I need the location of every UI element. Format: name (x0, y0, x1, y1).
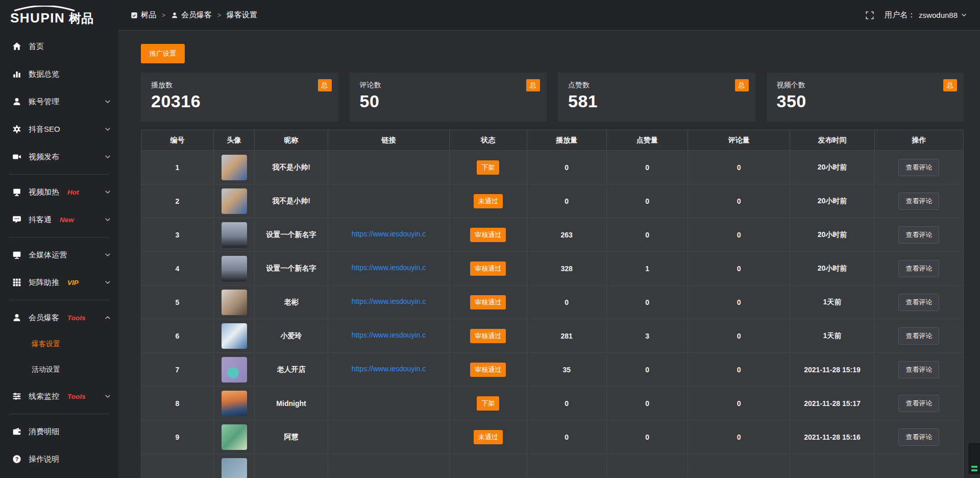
cell-id: 7 (141, 353, 214, 387)
sidebar-item[interactable]: 矩阵助推VIP (0, 269, 118, 296)
likes-value: 0 (645, 298, 649, 306)
breadcrumb-item[interactable]: 会员爆客 (171, 10, 212, 20)
plays-value: 35 (562, 366, 571, 374)
table-row: 5老彬https://www.iesdouyin.c审核通过0001天前查看评论 (141, 285, 964, 319)
cell-status: 下架 (450, 151, 527, 184)
status-badge: 审核通过 (470, 228, 506, 242)
chevron-down-icon (105, 189, 111, 195)
video-link[interactable]: https://www.iesdouyin.c (352, 331, 426, 339)
view-comments-button[interactable]: 查看评论 (898, 294, 939, 311)
main-area: 树品>会员爆客>爆客设置 用户名：zswodun88 推广设置 播放数20316… (118, 0, 980, 478)
sidebar-item-label: 账号管理 (29, 97, 59, 107)
cell-time: 20小时前 (790, 184, 875, 218)
table-header-cell: 播放量 (527, 130, 606, 151)
avatar (222, 424, 247, 450)
fullscreen-icon[interactable] (865, 11, 874, 20)
view-comments-button[interactable]: 查看评论 (898, 159, 939, 176)
view-comments-button[interactable]: 查看评论 (898, 193, 939, 210)
chevron-up-icon (105, 315, 111, 321)
brand-logo: SHUPIN 树品 (0, 0, 118, 30)
sidebar-item[interactable]: 数据总览 (0, 60, 118, 88)
view-comments-button[interactable]: 查看评论 (898, 428, 939, 446)
time-value: 2021-11-28 15:16 (804, 433, 861, 441)
table-row (141, 454, 964, 478)
table-row: 9阿慧未通过0002021-11-28 15:16查看评论 (141, 420, 964, 454)
grid-icon (12, 278, 21, 287)
sidebar-item[interactable]: 视频发布 (0, 143, 118, 171)
floating-widget[interactable] (968, 442, 980, 475)
sidebar-divider (9, 414, 109, 414)
sidebar: SHUPIN 树品 首页数据总览账号管理抖音SEO视频发布视频加热Hot抖客通N… (0, 0, 118, 478)
cell-comments: 0 (688, 184, 790, 218)
nickname-text: 我不是小帅! (272, 197, 310, 205)
plays-value: 0 (565, 163, 569, 172)
video-link[interactable]: https://www.iesdouyin.c (352, 264, 426, 272)
cell-nickname: 老彬 (255, 285, 328, 319)
breadcrumb-item[interactable]: 树品 (131, 10, 156, 20)
view-comments-button[interactable]: 查看评论 (898, 260, 939, 277)
sidebar-subitem[interactable]: 活动设置 (0, 357, 118, 383)
sidebar-item[interactable]: 视频加热Hot (0, 178, 118, 206)
plays-value: 0 (565, 399, 569, 408)
sidebar-item[interactable]: 首页 (0, 33, 118, 60)
sidebar-item[interactable]: 线索监控Tools (0, 383, 118, 410)
table-row: 8Midnight下架0002021-11-28 15:17查看评论 (141, 387, 964, 420)
row-id: 6 (175, 332, 179, 340)
video-icon (12, 152, 21, 161)
cell-id: 3 (141, 218, 214, 252)
sidebar-item[interactable]: 全媒体运营 (0, 241, 118, 269)
user-menu[interactable]: 用户名：zswodun88 (885, 10, 967, 20)
sidebar-item-tag: New (60, 216, 74, 224)
video-link[interactable]: https://www.iesdouyin.c (352, 230, 426, 238)
view-comments-button[interactable]: 查看评论 (898, 361, 939, 378)
sidebar-item-label: 抖客通 (29, 215, 52, 225)
sliders-icon (12, 392, 21, 401)
breadcrumb-item[interactable]: 爆客设置 (227, 10, 257, 20)
view-comments-button[interactable]: 查看评论 (898, 395, 939, 412)
avatar (222, 188, 247, 214)
table-row: 1我不是小帅!下架00020小时前查看评论 (141, 151, 964, 184)
chevron-down-icon (961, 12, 967, 18)
plays-value: 0 (565, 197, 569, 205)
widget-bar (971, 469, 977, 471)
chevron-down-icon (105, 279, 111, 285)
cell-time: 20小时前 (790, 218, 875, 252)
likes-value: 0 (645, 163, 649, 172)
cell-time: 20小时前 (790, 252, 875, 285)
sidebar-item[interactable]: 消费明细 (0, 418, 118, 445)
sidebar-item[interactable]: 会员爆客Tools (0, 304, 118, 331)
sidebar-item[interactable]: 账号管理 (0, 88, 118, 115)
cell-plays: 263 (527, 218, 606, 252)
view-comments-button[interactable]: 查看评论 (898, 327, 939, 345)
cell-status: 审核通过 (450, 285, 527, 319)
cell-likes: 0 (606, 151, 688, 184)
sidebar-subitem[interactable]: 爆客设置 (0, 331, 118, 357)
person-icon (171, 12, 178, 19)
promotion-settings-button[interactable]: 推广设置 (141, 44, 185, 63)
stat-card-total-badge: 总 (943, 79, 957, 91)
avatar (222, 458, 247, 478)
table-header-cell: 发布时间 (790, 130, 875, 151)
username-label: 用户名： (885, 10, 915, 20)
plays-value: 281 (560, 332, 572, 340)
video-link[interactable]: https://www.iesdouyin.c (352, 297, 426, 305)
plays-value: 328 (560, 265, 572, 273)
sidebar-item[interactable]: 抖客通New (0, 206, 118, 233)
table-header-cell: 点赞量 (606, 130, 688, 151)
cell-avatar (213, 319, 255, 353)
video-link[interactable]: https://www.iesdouyin.c (352, 365, 426, 373)
sidebar-item-label: 抖音SEO (29, 125, 60, 134)
view-comments-button[interactable]: 查看评论 (898, 226, 939, 244)
cell-nickname: 我不是小帅! (255, 184, 328, 218)
sidebar-item[interactable]: 抖音SEO (0, 115, 118, 143)
chat-icon (12, 215, 21, 224)
breadcrumb: 树品>会员爆客>爆客设置 (131, 10, 257, 20)
cell-action: 查看评论 (874, 184, 963, 218)
cell-status: 审核通过 (450, 252, 527, 285)
cell-action: 查看评论 (874, 387, 963, 420)
cell-status: 未通过 (450, 420, 527, 454)
sidebar-item[interactable]: ?操作说明 (0, 445, 118, 473)
cell-avatar (213, 454, 255, 478)
cell-nickname: Midnight (255, 387, 328, 420)
cell-id: 5 (141, 285, 214, 319)
